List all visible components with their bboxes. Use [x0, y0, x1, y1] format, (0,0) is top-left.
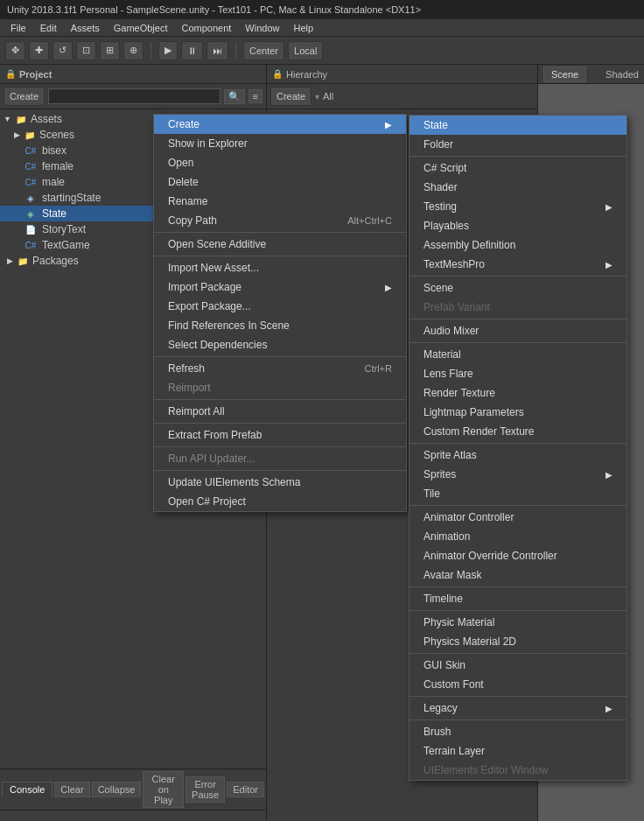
- packages-label: Packages: [32, 255, 79, 267]
- create-sep7: [410, 586, 626, 587]
- create-gui-skin[interactable]: GUI Skin: [410, 656, 626, 675]
- context-show-explorer[interactable]: Show in Explorer: [154, 134, 406, 153]
- scene-tab[interactable]: Scene: [543, 67, 586, 82]
- context-open-csharp[interactable]: Open C# Project: [154, 492, 406, 511]
- create-sprites[interactable]: Sprites ▶: [410, 465, 626, 484]
- create-legacy[interactable]: Legacy ▶: [410, 698, 626, 718]
- create-cs-script[interactable]: C# Script: [410, 158, 626, 178]
- menu-component[interactable]: Component: [174, 21, 238, 35]
- create-sep4: [410, 342, 626, 343]
- tool-hand[interactable]: ✥: [5, 41, 25, 60]
- collapse-button[interactable]: Collapse: [92, 782, 142, 797]
- context-open-scene[interactable]: Open Scene Additive: [154, 235, 406, 254]
- context-rename[interactable]: Rename: [154, 192, 406, 211]
- tool-move[interactable]: ✚: [29, 41, 49, 60]
- context-copy-path[interactable]: Copy Path Alt+Ctrl+C: [154, 211, 406, 230]
- prefab-icon: ◈: [24, 192, 37, 204]
- tool-transform[interactable]: ⊕: [123, 41, 144, 60]
- context-select-deps[interactable]: Select Dependencies: [154, 335, 406, 354]
- create-sep3: [410, 319, 626, 319]
- create-brush[interactable]: Brush: [410, 722, 626, 741]
- context-reimport-all[interactable]: Reimport All: [154, 402, 406, 421]
- toolbar: ✥ ✚ ↺ ⊡ ⊞ ⊕ ▶ ⏸ ⏭ Center Local: [0, 37, 644, 65]
- create-sprite-atlas[interactable]: Sprite Atlas: [410, 446, 626, 465]
- menu-window[interactable]: Window: [238, 21, 286, 35]
- create-avatar-mask[interactable]: Avatar Mask: [410, 565, 626, 585]
- error-pause-button[interactable]: Error Pause: [186, 776, 225, 803]
- create-sep1: [410, 156, 626, 157]
- tool-scale[interactable]: ⊡: [76, 41, 96, 60]
- context-import-new[interactable]: Import New Asset...: [154, 258, 406, 277]
- tool-rect[interactable]: ⊞: [100, 41, 120, 60]
- create-folder[interactable]: Folder: [410, 135, 626, 154]
- context-extract-prefab[interactable]: Extract From Prefab: [154, 425, 406, 445]
- create-testing[interactable]: Testing ▶: [410, 197, 626, 216]
- create-button[interactable]: Create: [4, 87, 45, 106]
- menu-file[interactable]: File: [4, 21, 33, 35]
- create-animator-controller[interactable]: Animator Controller: [410, 508, 626, 527]
- create-render-texture[interactable]: Render Texture: [410, 383, 626, 403]
- scene-tab-bar: Scene Shaded: [538, 65, 644, 84]
- create-timeline[interactable]: Timeline: [410, 589, 626, 608]
- create-material[interactable]: Material: [410, 345, 626, 364]
- filter-btn[interactable]: ≡: [248, 89, 262, 103]
- step-button[interactable]: ⏭: [206, 41, 228, 60]
- play-button[interactable]: ▶: [158, 41, 178, 60]
- create-assembly-def[interactable]: Assembly Definition: [410, 235, 626, 255]
- context-refresh[interactable]: Refresh Ctrl+R: [154, 359, 406, 378]
- create-custom-render-texture[interactable]: Custom Render Texture: [410, 422, 626, 441]
- create-sep8: [410, 610, 626, 611]
- create-shader[interactable]: Shader: [410, 178, 626, 197]
- submenu-arrow: ▶: [385, 120, 392, 130]
- menu-help[interactable]: Help: [286, 21, 320, 35]
- tool-rotate[interactable]: ↺: [52, 41, 73, 60]
- search-area: Create 🔍 ≡: [0, 84, 266, 109]
- create-animator-override[interactable]: Animator Override Controller: [410, 546, 626, 565]
- console-panel: Console Clear Collapse Clear on Play Err…: [0, 768, 266, 821]
- context-delete[interactable]: Delete: [154, 172, 406, 192]
- center-button[interactable]: Center: [243, 41, 284, 60]
- create-scene[interactable]: Scene: [410, 278, 626, 298]
- sprites-arrow: ▶: [606, 470, 612, 480]
- local-button[interactable]: Local: [288, 41, 323, 60]
- clear-button[interactable]: Clear: [54, 782, 89, 797]
- search-icon-btn[interactable]: 🔍: [224, 89, 245, 104]
- create-lens-flare[interactable]: Lens Flare: [410, 364, 626, 383]
- create-audio-mixer[interactable]: Audio Mixer: [410, 321, 626, 340]
- state-icon: ◈: [24, 207, 37, 220]
- pause-button[interactable]: ⏸: [181, 41, 203, 60]
- context-export-package[interactable]: Export Package...: [154, 297, 406, 316]
- menu-edit[interactable]: Edit: [33, 21, 64, 35]
- search-input[interactable]: [48, 88, 220, 104]
- create-custom-font[interactable]: Custom Font: [410, 675, 626, 694]
- create-lightmap-params[interactable]: Lightmap Parameters: [410, 403, 626, 422]
- create-physics-material-2d[interactable]: Physics Material 2D: [410, 632, 626, 651]
- context-find-refs[interactable]: Find References In Scene: [154, 316, 406, 335]
- cs-icon: C#: [24, 176, 37, 188]
- editor-button[interactable]: Editor: [227, 782, 264, 797]
- menu-assets[interactable]: Assets: [64, 21, 107, 35]
- textgame-label: TextGame: [40, 239, 90, 251]
- create-terrain-layer[interactable]: Terrain Layer: [410, 741, 626, 761]
- context-open[interactable]: Open: [154, 153, 406, 172]
- expand-icon: ▶: [14, 130, 20, 139]
- hierarchy-create-button[interactable]: Create: [270, 87, 312, 106]
- cs-icon: C#: [24, 144, 37, 157]
- create-state[interactable]: State: [410, 116, 626, 135]
- menu-gameobject[interactable]: GameObject: [107, 21, 175, 35]
- ctx-sep3: [154, 356, 406, 357]
- context-create[interactable]: Create ▶: [154, 115, 406, 134]
- create-textmeshpro[interactable]: TextMeshPro ▶: [410, 255, 626, 274]
- context-import-package[interactable]: Import Package ▶: [154, 277, 406, 297]
- create-playables[interactable]: Playables: [410, 216, 626, 235]
- ctx-sep1: [154, 232, 406, 233]
- ctx-sep7: [154, 470, 406, 471]
- context-update-uielements[interactable]: Update UIElements Schema: [154, 473, 406, 492]
- storytext-label: StoryText: [40, 223, 86, 235]
- create-animation[interactable]: Animation: [410, 527, 626, 546]
- clear-on-play-button[interactable]: Clear on Play: [143, 771, 184, 808]
- create-physic-material[interactable]: Physic Material: [410, 613, 626, 632]
- console-tab[interactable]: Console: [2, 782, 52, 797]
- bisex-label: bisex: [40, 144, 66, 157]
- create-tile[interactable]: Tile: [410, 484, 626, 503]
